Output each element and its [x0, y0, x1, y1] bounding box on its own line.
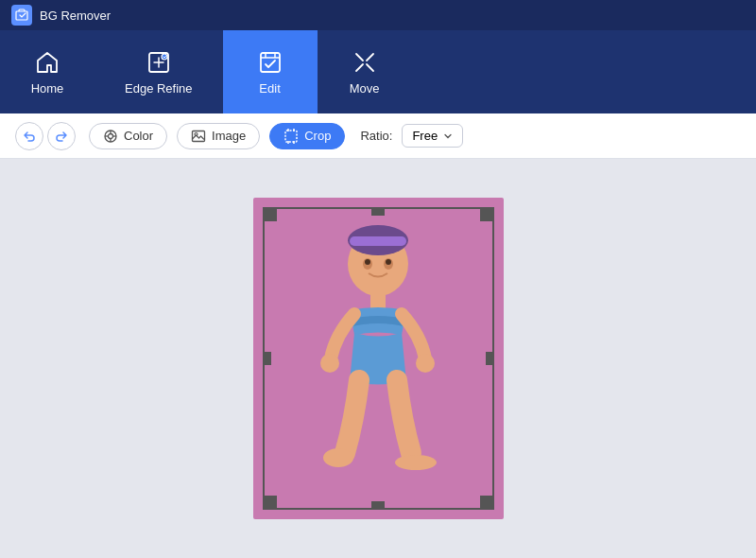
nav-bar: Home Edge Refine Edit Move	[0, 30, 756, 113]
undo-button[interactable]	[15, 122, 43, 150]
ratio-value: Free	[412, 129, 438, 143]
svg-point-28	[395, 455, 437, 470]
nav-edge-refine-label: Edge Refine	[125, 81, 193, 96]
toolbar: Color Image Crop Ratio: Free	[0, 113, 756, 159]
redo-button[interactable]	[47, 122, 76, 150]
color-icon	[103, 129, 118, 144]
chevron-down-icon	[443, 131, 453, 141]
redo-icon	[55, 130, 68, 143]
nav-home-label: Home	[31, 81, 64, 96]
svg-rect-10	[193, 131, 205, 141]
edge-refine-icon	[146, 49, 172, 76]
nav-item-edit[interactable]: Edit	[223, 30, 318, 113]
crop-button[interactable]: Crop	[269, 123, 345, 149]
undo-redo-group	[15, 122, 76, 150]
title-bar: BG Remover	[0, 0, 756, 30]
subject-figure	[253, 198, 504, 519]
svg-rect-0	[16, 11, 27, 20]
svg-rect-19	[350, 236, 406, 246]
color-label: Color	[124, 129, 153, 143]
nav-item-move[interactable]: Move	[318, 30, 412, 113]
nav-item-home[interactable]: Home	[0, 30, 94, 113]
child-svg	[284, 212, 472, 505]
svg-point-25	[320, 354, 339, 373]
home-icon	[34, 49, 60, 76]
svg-point-26	[416, 354, 435, 373]
edit-icon	[257, 49, 284, 76]
ratio-select[interactable]: Free	[402, 124, 463, 148]
svg-rect-3	[261, 53, 280, 72]
app-icon	[11, 5, 32, 26]
nav-edit-label: Edit	[259, 81, 280, 96]
svg-rect-12	[285, 131, 297, 142]
color-button[interactable]: Color	[89, 123, 167, 149]
move-icon	[352, 49, 378, 76]
svg-point-5	[109, 133, 113, 138]
nav-item-edge-refine[interactable]: Edge Refine	[94, 30, 223, 113]
svg-point-22	[365, 259, 370, 265]
undo-icon	[23, 130, 36, 143]
svg-point-27	[323, 448, 353, 467]
image-icon	[191, 129, 206, 144]
app-title: BG Remover	[40, 9, 111, 23]
image-label: Image	[212, 129, 246, 143]
svg-point-23	[386, 259, 391, 265]
canvas-area	[0, 159, 756, 558]
crop-label: Crop	[304, 129, 331, 143]
nav-move-label: Move	[350, 81, 380, 96]
image-button[interactable]: Image	[177, 123, 260, 149]
crop-icon	[284, 129, 299, 144]
svg-point-2	[162, 54, 167, 60]
ratio-label: Ratio:	[360, 129, 392, 143]
image-container	[253, 198, 504, 519]
